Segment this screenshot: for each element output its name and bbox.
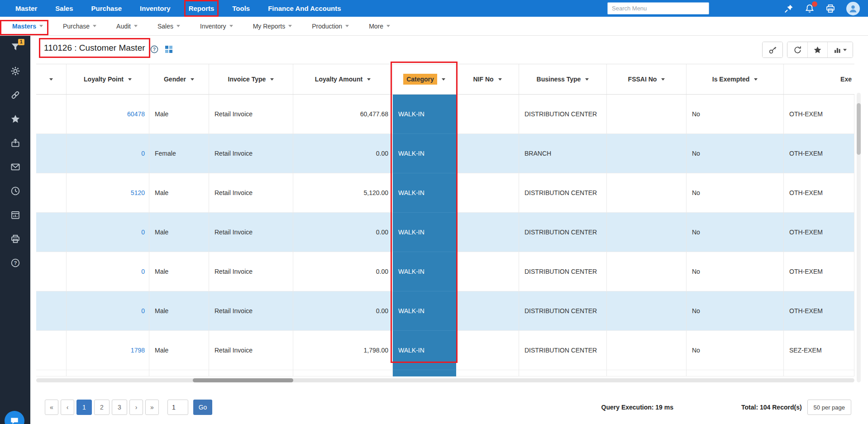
notifications-bell-icon[interactable]: [805, 4, 815, 14]
export-icon[interactable]: [10, 138, 20, 148]
column-header-is-exempted[interactable]: Is Exempted: [687, 64, 784, 94]
cell-category[interactable]: WALK-IN: [393, 252, 456, 291]
column-header-label: FSSAI No: [628, 76, 657, 83]
subnav-item-more[interactable]: More: [369, 23, 390, 30]
cell-blank: [149, 370, 209, 376]
column-header-exe[interactable]: Exe: [784, 64, 854, 94]
topnav-item-reports[interactable]: Reports: [189, 5, 215, 12]
cell-category[interactable]: WALK-IN: [393, 291, 456, 331]
column-header-fssai-no[interactable]: FSSAI No: [607, 64, 687, 94]
mail-icon[interactable]: [10, 162, 20, 172]
cell-loyalty-point[interactable]: 0: [67, 213, 149, 252]
refresh-icon[interactable]: [787, 42, 807, 57]
cell-loyalty-point[interactable]: 60478: [67, 95, 149, 134]
cell-exemption: OTH-EXEM: [784, 213, 854, 252]
column-header-loyalty-amount[interactable]: Loyalty Amount: [293, 64, 393, 94]
subnav-item-sales[interactable]: Sales: [157, 23, 180, 30]
notification-badge: [812, 1, 817, 7]
subnav-item-audit[interactable]: Audit: [116, 23, 138, 30]
cell-category[interactable]: WALK-IN: [393, 213, 456, 252]
horizontal-scrollbar[interactable]: [36, 378, 854, 382]
cell-exemption: SEZ-EXEM: [784, 331, 854, 370]
chart-icon[interactable]: [827, 42, 853, 57]
clock-icon[interactable]: [10, 186, 20, 196]
chevron-down-icon: [134, 25, 138, 27]
subnav-item-purchase[interactable]: Purchase: [63, 23, 96, 30]
cell-loyalty-point[interactable]: 5120: [67, 173, 149, 213]
page-number-input[interactable]: [167, 400, 188, 415]
cell-is-exempted: No: [687, 252, 784, 291]
filter-caret-icon: [661, 78, 665, 81]
gear-icon[interactable]: [10, 66, 20, 76]
filter-caret-icon: [270, 78, 274, 81]
subnav-item-production[interactable]: Production: [312, 23, 349, 30]
cell-loyalty-point[interactable]: 0: [67, 291, 149, 331]
page-prev-button[interactable]: ‹: [61, 400, 74, 415]
subnav-item-inventory[interactable]: Inventory: [200, 23, 233, 30]
subnav-item-label: My Reports: [253, 23, 286, 30]
subnav-item-my-reports[interactable]: My Reports: [253, 23, 292, 30]
search-menu-input[interactable]: [607, 2, 709, 14]
column-header-label: NIF No: [473, 76, 493, 83]
page-last-button[interactable]: »: [145, 400, 159, 415]
cell-category[interactable]: WALK-IN: [393, 95, 456, 134]
page-button-2[interactable]: 2: [94, 400, 110, 415]
column-header-label: Loyalty Point: [84, 76, 124, 83]
cell-fssai-no: [607, 173, 687, 213]
filter-icon[interactable]: 1: [10, 42, 20, 52]
print-icon[interactable]: [825, 4, 835, 14]
cell-fssai-no: [607, 252, 687, 291]
column-header-gender[interactable]: Gender: [149, 64, 209, 94]
subnav-item-label: Sales: [157, 23, 173, 30]
cell-loyalty-amount: 0.00: [293, 291, 393, 331]
page-button-1[interactable]: 1: [76, 400, 92, 415]
subnav-item-label: Production: [312, 23, 342, 30]
pin-icon[interactable]: [784, 4, 794, 14]
report-content: 110126 : Customer Master ?: [30, 36, 868, 424]
subnav-item-label: Audit: [116, 23, 131, 30]
cell-is-exempted: No: [687, 95, 784, 134]
page-first-button[interactable]: «: [45, 400, 58, 415]
vertical-scrollbar-thumb[interactable]: [857, 103, 861, 155]
table-row: 0MaleRetail Invoice0.00WALK-INDISTRIBUTI…: [36, 291, 854, 331]
cell-nif-no: [456, 173, 519, 213]
star-icon[interactable]: [10, 114, 20, 124]
cell-exemption: OTH-EXEM: [784, 291, 854, 331]
topnav-item-inventory[interactable]: Inventory: [140, 5, 171, 12]
per-page-select[interactable]: 50 per page: [807, 400, 851, 415]
column-header-nif-no[interactable]: NIF No: [456, 64, 519, 94]
cell-category[interactable]: WALK-IN: [393, 173, 456, 213]
topnav-item-sales[interactable]: Sales: [55, 5, 73, 12]
link-icon[interactable]: [10, 90, 20, 100]
favorite-star-icon[interactable]: [807, 42, 827, 57]
go-button[interactable]: Go: [193, 400, 212, 415]
topnav-item-tools[interactable]: Tools: [232, 5, 250, 12]
horizontal-scrollbar-thumb[interactable]: [193, 378, 293, 382]
column-header-loyalty-point[interactable]: Loyalty Point: [67, 64, 149, 94]
app-window: MasterSalesPurchaseInventoryReportsTools…: [0, 0, 868, 424]
cell-category[interactable]: WALK-IN: [393, 134, 456, 173]
page-button-3[interactable]: 3: [112, 400, 127, 415]
table-row: 0FemaleRetail Invoice0.00WALK-INBRANCHNo…: [36, 134, 854, 173]
subnav-item-masters[interactable]: Masters: [12, 23, 43, 30]
cell-loyalty-point[interactable]: 1798: [67, 331, 149, 370]
key-icon[interactable]: [763, 42, 782, 57]
topnav-item-master[interactable]: Master: [15, 5, 37, 12]
help-icon[interactable]: ?: [10, 258, 20, 268]
vertical-scrollbar[interactable]: [857, 93, 861, 382]
topnav-item-finance-and-accounts[interactable]: Finance And Accounts: [268, 5, 341, 12]
column-header-blank[interactable]: [36, 64, 67, 94]
cell-loyalty-point[interactable]: 0: [67, 134, 149, 173]
calendar-report-icon[interactable]: [10, 210, 20, 220]
column-header-category[interactable]: Category: [393, 64, 456, 94]
column-header-invoice-type[interactable]: Invoice Type: [209, 64, 293, 94]
printer-icon[interactable]: [10, 234, 20, 244]
topnav-item-purchase[interactable]: Purchase: [91, 5, 122, 12]
cell-category[interactable]: WALK-IN: [393, 331, 456, 370]
cell-loyalty-point[interactable]: 0: [67, 252, 149, 291]
user-avatar[interactable]: [846, 2, 860, 15]
column-header-business-type[interactable]: Business Type: [519, 64, 607, 94]
grid-view-icon[interactable]: [164, 45, 173, 54]
help-icon[interactable]: ?: [150, 45, 159, 54]
page-next-button[interactable]: ›: [129, 400, 143, 415]
